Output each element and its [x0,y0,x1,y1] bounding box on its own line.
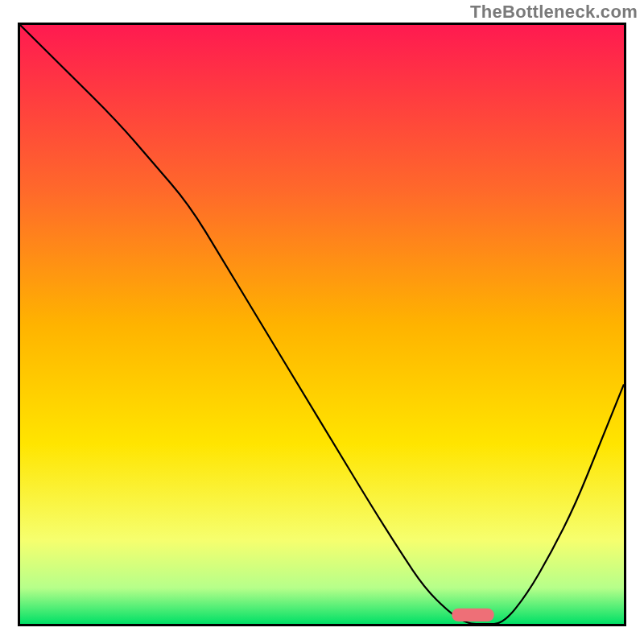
bottleneck-chart [20,25,624,624]
watermark-text: TheBottleneck.com [470,2,638,23]
optimal-marker-pill [452,609,494,621]
chart-frame [18,23,626,626]
